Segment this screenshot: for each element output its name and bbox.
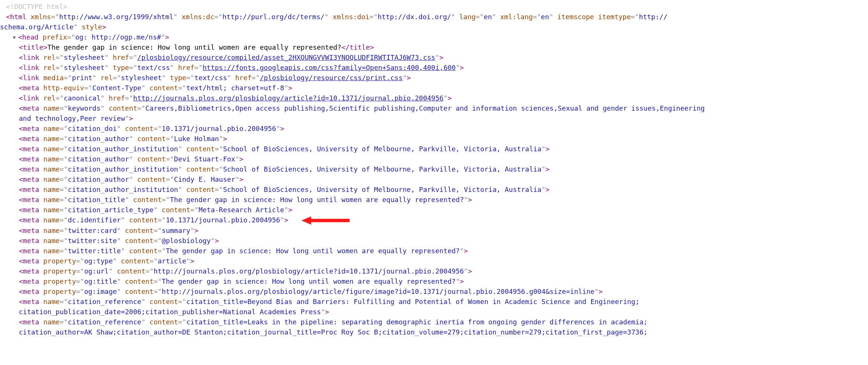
html-element-node-wrap[interactable]: schema.org/Article" style> bbox=[0, 22, 868, 32]
meta-keywords-node[interactable]: <meta name="keywords" content="Careers,B… bbox=[0, 103, 868, 113]
meta-citation-author-node[interactable]: <meta name="citation_author" content="Lu… bbox=[0, 134, 868, 144]
devtools-elements-panel: <!DOCTYPE html> /* remove placeholder wr… bbox=[0, 2, 868, 337]
canonical-href-link[interactable]: http://journals.plos.org/plosbiology/art… bbox=[133, 94, 444, 102]
meta-citation-doi-node[interactable]: <meta name="citation_doi" content="10.13… bbox=[0, 123, 868, 134]
meta-content-type-node[interactable]: <meta http-equiv="Content-Type" content=… bbox=[0, 83, 868, 93]
stylesheet-href-link[interactable]: https://fonts.googleapis.com/css?family=… bbox=[203, 64, 456, 71]
meta-citation-author-node[interactable]: <meta name="citation_author" content="Ci… bbox=[0, 174, 868, 184]
meta-twitter-card-node[interactable]: <meta name="twitter:card" content="summa… bbox=[0, 225, 868, 236]
expand-toggle-icon[interactable]: ▼ bbox=[13, 34, 17, 41]
meta-citation-article-type-node[interactable]: <meta name="citation_article_type" conte… bbox=[0, 205, 868, 215]
meta-keywords-node-wrap[interactable]: and technology,Peer review"> bbox=[0, 113, 868, 123]
meta-citation-reference-node-wrap[interactable]: citation_author=AK Shaw;citation_author=… bbox=[0, 327, 868, 337]
meta-citation-author-node[interactable]: <meta name="citation_author" content="De… bbox=[0, 154, 868, 164]
link-stylesheet-node[interactable]: <link rel="stylesheet" type="text/css" h… bbox=[0, 62, 868, 73]
meta-citation-author-institution-node[interactable]: <meta name="citation_author_institution"… bbox=[0, 144, 868, 154]
meta-og-title-node[interactable]: <meta property="og:title" content="The g… bbox=[0, 276, 868, 286]
stylesheet-href-link[interactable]: /plosbiology/resource/css/print.css bbox=[260, 74, 403, 82]
meta-twitter-title-node[interactable]: <meta name="twitter:title" content="The … bbox=[0, 246, 868, 256]
meta-twitter-site-node[interactable]: <meta name="twitter:site" content="@plos… bbox=[0, 236, 868, 246]
stylesheet-href-link[interactable]: /plosbiology/resource/compiled/asset_2HX… bbox=[137, 53, 435, 61]
link-print-stylesheet-node[interactable]: <link media="print" rel="stylesheet" typ… bbox=[0, 73, 868, 83]
meta-citation-reference-node[interactable]: <meta name="citation_reference" content=… bbox=[0, 317, 868, 327]
annotation-arrow-icon bbox=[301, 216, 350, 225]
meta-og-type-node[interactable]: <meta property="og:type" content="articl… bbox=[0, 256, 868, 266]
meta-dc-identifier-node[interactable]: <meta name="dc.identifier" content="10.1… bbox=[0, 215, 868, 225]
meta-og-url-node[interactable]: <meta property="og:url" content="http://… bbox=[0, 266, 868, 276]
html-element-node[interactable]: <html xmlns="http://www.w3.org/1999/xhtm… bbox=[0, 12, 868, 22]
doctype-node[interactable]: <!DOCTYPE html> bbox=[0, 2, 868, 12]
title-element-node[interactable]: <title>The gender gap in science: How lo… bbox=[0, 42, 868, 52]
svg-marker-1 bbox=[301, 216, 311, 225]
meta-citation-title-node[interactable]: <meta name="citation_title" content="The… bbox=[0, 195, 868, 205]
link-stylesheet-node[interactable]: <link rel="stylesheet" href="/plosbiolog… bbox=[0, 52, 868, 62]
meta-citation-reference-node-wrap[interactable]: citation_publication_date=2006;citation_… bbox=[0, 307, 868, 317]
head-element-node[interactable]: ▼<head prefix="og: http://ogp.me/ns#"> bbox=[0, 32, 868, 42]
link-canonical-node[interactable]: <link rel="canonical" href="http://journ… bbox=[0, 93, 868, 103]
meta-citation-author-institution-node[interactable]: <meta name="citation_author_institution"… bbox=[0, 164, 868, 174]
meta-og-image-node[interactable]: <meta property="og:image" content="http:… bbox=[0, 286, 868, 297]
meta-citation-author-institution-node[interactable]: <meta name="citation_author_institution"… bbox=[0, 184, 868, 195]
meta-citation-reference-node[interactable]: <meta name="citation_reference" content=… bbox=[0, 297, 868, 307]
